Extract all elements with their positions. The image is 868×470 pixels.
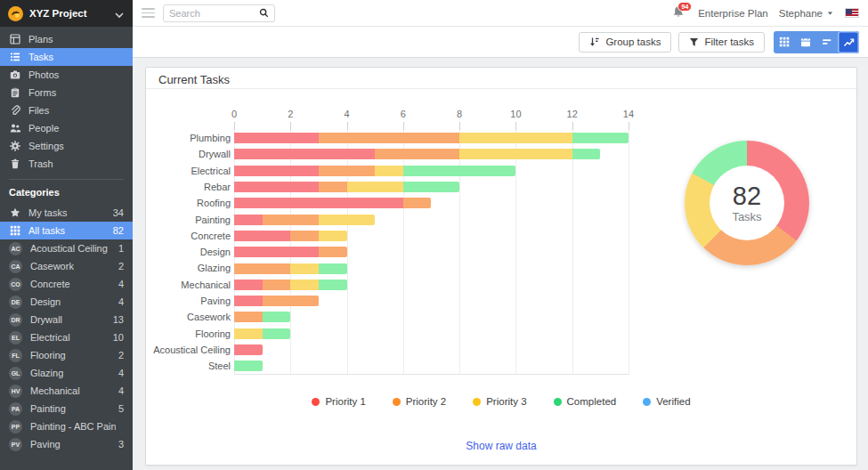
bar-segment-priority-2[interactable] bbox=[403, 198, 432, 208]
legend-label: Priority 3 bbox=[486, 396, 526, 407]
bar-segment-priority-1[interactable] bbox=[234, 344, 263, 355]
x-axis-tick-label: 6 bbox=[390, 109, 417, 119]
bar-segment-priority-3[interactable] bbox=[375, 166, 403, 176]
bar-segment-priority-3[interactable] bbox=[290, 280, 319, 290]
bar-segment-priority-2[interactable] bbox=[319, 182, 347, 192]
bar-segment-priority-1[interactable] bbox=[234, 198, 403, 208]
notifications-button[interactable]: 94 bbox=[671, 5, 687, 21]
bar-segment-priority-2[interactable] bbox=[290, 231, 319, 241]
bar-segment-priority-3[interactable] bbox=[319, 231, 347, 241]
category-item-mechanical[interactable]: HVMechanical4 bbox=[0, 382, 133, 400]
sidebar-item-photos[interactable]: Photos bbox=[0, 66, 133, 84]
search-input[interactable] bbox=[169, 8, 251, 19]
legend-item-verified[interactable]: Verified bbox=[643, 396, 690, 407]
language-flag-icon[interactable] bbox=[845, 8, 859, 18]
calendar-view-button[interactable] bbox=[795, 31, 816, 53]
star-icon bbox=[9, 207, 20, 219]
bar-segment-priority-1[interactable] bbox=[234, 231, 290, 241]
bar-segment-completed[interactable] bbox=[403, 166, 516, 176]
sidebar-item-files[interactable]: Files bbox=[0, 101, 133, 119]
x-axis-tick bbox=[347, 122, 348, 130]
user-menu[interactable]: Stephane bbox=[779, 8, 834, 19]
sidebar-item-people[interactable]: People bbox=[0, 119, 133, 137]
bar-segment-priority-3[interactable] bbox=[459, 133, 572, 143]
group-tasks-button[interactable]: Group tasks bbox=[579, 32, 671, 53]
legend-item-completed[interactable]: Completed bbox=[554, 396, 617, 407]
bar-segment-priority-1[interactable] bbox=[234, 280, 263, 290]
bar-segment-priority-1[interactable] bbox=[234, 247, 319, 257]
bar-segment-priority-2[interactable] bbox=[319, 247, 347, 257]
bar-segment-completed[interactable] bbox=[319, 263, 347, 274]
sidebar-item-trash[interactable]: Trash bbox=[0, 155, 133, 173]
bar-segment-completed[interactable] bbox=[403, 182, 459, 192]
bar-segment-completed[interactable] bbox=[263, 312, 291, 322]
category-label: Electrical bbox=[30, 332, 70, 343]
chart-row-label-mechanical: Mechanical bbox=[150, 277, 231, 293]
bar-segment-priority-2[interactable] bbox=[319, 133, 459, 143]
legend-item-priority-3[interactable]: Priority 3 bbox=[473, 396, 526, 407]
bar-segment-priority-2[interactable] bbox=[375, 149, 459, 159]
category-item-painting-abc-painter[interactable]: PPPainting - ABC Painter bbox=[0, 417, 133, 435]
bar-segment-priority-3[interactable] bbox=[347, 182, 403, 192]
category-item-design[interactable]: DEDesign4 bbox=[0, 293, 133, 311]
category-initials-badge: PV bbox=[9, 438, 22, 451]
category-item-acoustical-ceiling[interactable]: ACAcoustical Ceiling1 bbox=[0, 239, 133, 257]
bar-segment-priority-2[interactable] bbox=[263, 215, 319, 225]
filter-tasks-button[interactable]: Filter tasks bbox=[678, 32, 765, 53]
chart-view-button[interactable] bbox=[838, 31, 859, 53]
x-axis-tick-label: 8 bbox=[446, 109, 473, 119]
legend-label: Verified bbox=[656, 396, 690, 407]
bar-segment-priority-1[interactable] bbox=[234, 215, 263, 225]
category-item-casework[interactable]: CACasework2 bbox=[0, 257, 133, 275]
sidebar-item-forms[interactable]: Forms bbox=[0, 84, 133, 101]
timeline-view-button[interactable] bbox=[816, 31, 838, 53]
bar-segment-priority-2[interactable] bbox=[263, 280, 291, 290]
search-icon[interactable] bbox=[259, 5, 269, 21]
bar-segment-completed[interactable] bbox=[572, 149, 601, 159]
calendar-view-icon bbox=[800, 36, 811, 47]
category-initials-badge: CA bbox=[9, 260, 22, 273]
bar-segment-completed[interactable] bbox=[263, 328, 291, 339]
project-switcher[interactable]: XYZ Project bbox=[0, 0, 133, 27]
gridline bbox=[572, 130, 573, 374]
bar-segment-completed[interactable] bbox=[234, 361, 263, 371]
bar-segment-priority-1[interactable] bbox=[234, 166, 319, 176]
x-axis-tick-label: 0 bbox=[221, 109, 247, 119]
bar-segment-priority-3[interactable] bbox=[234, 328, 263, 339]
legend-item-priority-1[interactable]: Priority 1 bbox=[312, 396, 365, 407]
bar-segment-priority-3[interactable] bbox=[459, 149, 572, 159]
sidebar-item-settings[interactable]: Settings bbox=[0, 137, 133, 155]
bar-segment-priority-2[interactable] bbox=[319, 166, 375, 176]
legend-item-priority-2[interactable]: Priority 2 bbox=[393, 396, 446, 407]
bar-segment-priority-2[interactable] bbox=[234, 312, 263, 322]
bar-segment-priority-1[interactable] bbox=[234, 133, 319, 143]
bar-segment-priority-2[interactable] bbox=[263, 296, 319, 306]
grid-view-button[interactable] bbox=[774, 31, 795, 53]
bar-segment-priority-3[interactable] bbox=[290, 263, 319, 274]
bar-segment-priority-1[interactable] bbox=[234, 182, 319, 192]
category-item-flooring[interactable]: FLFlooring2 bbox=[0, 346, 133, 364]
bar-segment-completed[interactable] bbox=[572, 133, 629, 143]
chart-row-label-drywall: Drywall bbox=[150, 146, 231, 162]
category-item-drywall[interactable]: DRDrywall13 bbox=[0, 311, 133, 328]
x-axis-tick-label: 10 bbox=[502, 109, 529, 119]
category-item-glazing[interactable]: GLGlazing4 bbox=[0, 364, 133, 382]
sidebar-item-plans[interactable]: Plans bbox=[0, 30, 133, 48]
bar-segment-priority-1[interactable] bbox=[234, 149, 375, 159]
chart-row-label-concrete: Concrete bbox=[150, 228, 231, 244]
bar-segment-completed[interactable] bbox=[319, 280, 347, 290]
legend-dot bbox=[312, 398, 320, 406]
sidebar-item-my-tasks[interactable]: My tasks34 bbox=[0, 204, 133, 222]
hamburger-menu-icon[interactable] bbox=[142, 8, 155, 18]
bar-segment-priority-2[interactable] bbox=[234, 263, 290, 274]
category-item-paving[interactable]: PVPaving3 bbox=[0, 435, 133, 453]
category-item-painting[interactable]: PAPainting5 bbox=[0, 400, 133, 417]
bar-segment-priority-1[interactable] bbox=[234, 296, 263, 306]
show-raw-data-link[interactable]: Show raw data bbox=[146, 440, 856, 452]
category-item-concrete[interactable]: COConcrete4 bbox=[0, 275, 133, 293]
bar-segment-priority-3[interactable] bbox=[319, 215, 375, 225]
sidebar-item-tasks[interactable]: Tasks bbox=[0, 48, 133, 66]
sidebar-item-all-tasks[interactable]: All tasks82 bbox=[0, 222, 133, 239]
sort-icon bbox=[589, 36, 600, 47]
category-item-electrical[interactable]: ELElectrical10 bbox=[0, 328, 133, 346]
